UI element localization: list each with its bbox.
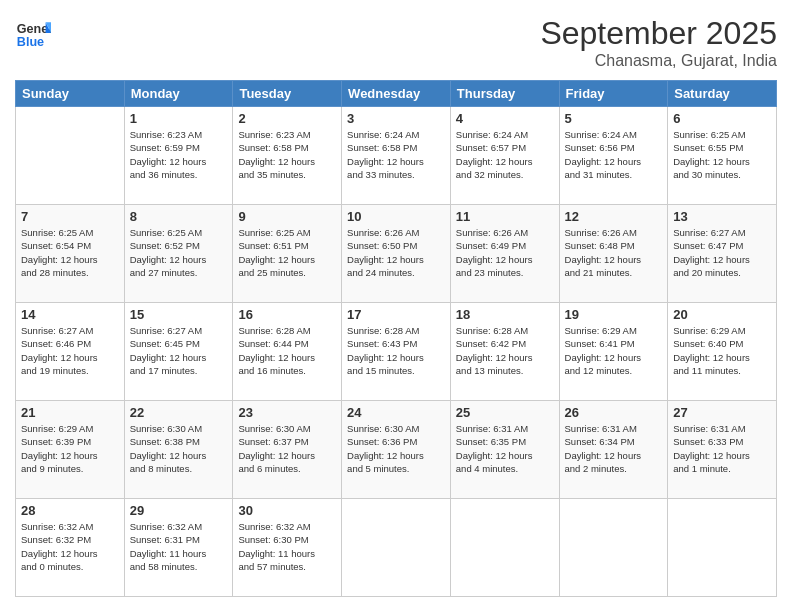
calendar-cell: 15Sunrise: 6:27 AM Sunset: 6:45 PM Dayli… — [124, 303, 233, 401]
calendar-cell: 16Sunrise: 6:28 AM Sunset: 6:44 PM Dayli… — [233, 303, 342, 401]
day-number: 13 — [673, 209, 771, 224]
calendar-cell: 3Sunrise: 6:24 AM Sunset: 6:58 PM Daylig… — [342, 107, 451, 205]
day-number: 28 — [21, 503, 119, 518]
location-title: Chanasma, Gujarat, India — [540, 52, 777, 70]
day-number: 12 — [565, 209, 663, 224]
calendar-cell: 29Sunrise: 6:32 AM Sunset: 6:31 PM Dayli… — [124, 499, 233, 597]
calendar-week-row: 14Sunrise: 6:27 AM Sunset: 6:46 PM Dayli… — [16, 303, 777, 401]
calendar-cell: 12Sunrise: 6:26 AM Sunset: 6:48 PM Dayli… — [559, 205, 668, 303]
day-info: Sunrise: 6:30 AM Sunset: 6:37 PM Dayligh… — [238, 422, 336, 475]
calendar-cell: 26Sunrise: 6:31 AM Sunset: 6:34 PM Dayli… — [559, 401, 668, 499]
day-number: 19 — [565, 307, 663, 322]
header: General Blue September 2025 Chanasma, Gu… — [15, 15, 777, 70]
calendar-cell: 2Sunrise: 6:23 AM Sunset: 6:58 PM Daylig… — [233, 107, 342, 205]
calendar-cell: 11Sunrise: 6:26 AM Sunset: 6:49 PM Dayli… — [450, 205, 559, 303]
calendar-cell: 30Sunrise: 6:32 AM Sunset: 6:30 PM Dayli… — [233, 499, 342, 597]
day-number: 8 — [130, 209, 228, 224]
day-info: Sunrise: 6:26 AM Sunset: 6:48 PM Dayligh… — [565, 226, 663, 279]
day-info: Sunrise: 6:27 AM Sunset: 6:45 PM Dayligh… — [130, 324, 228, 377]
day-info: Sunrise: 6:26 AM Sunset: 6:50 PM Dayligh… — [347, 226, 445, 279]
day-info: Sunrise: 6:30 AM Sunset: 6:36 PM Dayligh… — [347, 422, 445, 475]
calendar-cell: 25Sunrise: 6:31 AM Sunset: 6:35 PM Dayli… — [450, 401, 559, 499]
calendar-week-row: 7Sunrise: 6:25 AM Sunset: 6:54 PM Daylig… — [16, 205, 777, 303]
calendar-cell: 14Sunrise: 6:27 AM Sunset: 6:46 PM Dayli… — [16, 303, 125, 401]
day-number: 17 — [347, 307, 445, 322]
day-number: 26 — [565, 405, 663, 420]
logo: General Blue — [15, 15, 51, 51]
calendar-cell: 18Sunrise: 6:28 AM Sunset: 6:42 PM Dayli… — [450, 303, 559, 401]
title-section: September 2025 Chanasma, Gujarat, India — [540, 15, 777, 70]
calendar-cell — [668, 499, 777, 597]
day-info: Sunrise: 6:25 AM Sunset: 6:52 PM Dayligh… — [130, 226, 228, 279]
day-number: 9 — [238, 209, 336, 224]
day-number: 24 — [347, 405, 445, 420]
calendar-cell: 13Sunrise: 6:27 AM Sunset: 6:47 PM Dayli… — [668, 205, 777, 303]
day-number: 16 — [238, 307, 336, 322]
day-info: Sunrise: 6:25 AM Sunset: 6:51 PM Dayligh… — [238, 226, 336, 279]
calendar-week-row: 1Sunrise: 6:23 AM Sunset: 6:59 PM Daylig… — [16, 107, 777, 205]
calendar-week-row: 21Sunrise: 6:29 AM Sunset: 6:39 PM Dayli… — [16, 401, 777, 499]
day-number: 18 — [456, 307, 554, 322]
day-number: 30 — [238, 503, 336, 518]
calendar-week-row: 28Sunrise: 6:32 AM Sunset: 6:32 PM Dayli… — [16, 499, 777, 597]
calendar-cell — [450, 499, 559, 597]
calendar-cell — [559, 499, 668, 597]
weekday-header: Friday — [559, 81, 668, 107]
weekday-header: Tuesday — [233, 81, 342, 107]
calendar-cell: 7Sunrise: 6:25 AM Sunset: 6:54 PM Daylig… — [16, 205, 125, 303]
day-number: 29 — [130, 503, 228, 518]
day-number: 10 — [347, 209, 445, 224]
day-info: Sunrise: 6:30 AM Sunset: 6:38 PM Dayligh… — [130, 422, 228, 475]
day-number: 23 — [238, 405, 336, 420]
calendar-cell: 24Sunrise: 6:30 AM Sunset: 6:36 PM Dayli… — [342, 401, 451, 499]
calendar-cell: 6Sunrise: 6:25 AM Sunset: 6:55 PM Daylig… — [668, 107, 777, 205]
calendar-cell: 19Sunrise: 6:29 AM Sunset: 6:41 PM Dayli… — [559, 303, 668, 401]
day-number: 20 — [673, 307, 771, 322]
day-info: Sunrise: 6:24 AM Sunset: 6:58 PM Dayligh… — [347, 128, 445, 181]
weekday-header: Sunday — [16, 81, 125, 107]
day-number: 5 — [565, 111, 663, 126]
day-number: 22 — [130, 405, 228, 420]
day-info: Sunrise: 6:24 AM Sunset: 6:57 PM Dayligh… — [456, 128, 554, 181]
weekday-header: Monday — [124, 81, 233, 107]
day-number: 2 — [238, 111, 336, 126]
calendar-cell: 5Sunrise: 6:24 AM Sunset: 6:56 PM Daylig… — [559, 107, 668, 205]
day-number: 14 — [21, 307, 119, 322]
day-number: 27 — [673, 405, 771, 420]
calendar-cell: 22Sunrise: 6:30 AM Sunset: 6:38 PM Dayli… — [124, 401, 233, 499]
svg-text:Blue: Blue — [17, 35, 44, 49]
day-number: 11 — [456, 209, 554, 224]
day-info: Sunrise: 6:31 AM Sunset: 6:35 PM Dayligh… — [456, 422, 554, 475]
day-info: Sunrise: 6:29 AM Sunset: 6:39 PM Dayligh… — [21, 422, 119, 475]
calendar-cell: 10Sunrise: 6:26 AM Sunset: 6:50 PM Dayli… — [342, 205, 451, 303]
calendar-cell: 21Sunrise: 6:29 AM Sunset: 6:39 PM Dayli… — [16, 401, 125, 499]
calendar-cell: 1Sunrise: 6:23 AM Sunset: 6:59 PM Daylig… — [124, 107, 233, 205]
day-info: Sunrise: 6:28 AM Sunset: 6:44 PM Dayligh… — [238, 324, 336, 377]
day-info: Sunrise: 6:26 AM Sunset: 6:49 PM Dayligh… — [456, 226, 554, 279]
day-number: 4 — [456, 111, 554, 126]
calendar-table: SundayMondayTuesdayWednesdayThursdayFrid… — [15, 80, 777, 597]
calendar-cell: 4Sunrise: 6:24 AM Sunset: 6:57 PM Daylig… — [450, 107, 559, 205]
calendar-cell: 23Sunrise: 6:30 AM Sunset: 6:37 PM Dayli… — [233, 401, 342, 499]
day-info: Sunrise: 6:25 AM Sunset: 6:55 PM Dayligh… — [673, 128, 771, 181]
day-number: 7 — [21, 209, 119, 224]
day-number: 1 — [130, 111, 228, 126]
weekday-header: Saturday — [668, 81, 777, 107]
day-info: Sunrise: 6:31 AM Sunset: 6:34 PM Dayligh… — [565, 422, 663, 475]
logo-icon: General Blue — [15, 15, 51, 51]
calendar-cell: 20Sunrise: 6:29 AM Sunset: 6:40 PM Dayli… — [668, 303, 777, 401]
day-info: Sunrise: 6:24 AM Sunset: 6:56 PM Dayligh… — [565, 128, 663, 181]
weekday-header: Wednesday — [342, 81, 451, 107]
day-info: Sunrise: 6:32 AM Sunset: 6:31 PM Dayligh… — [130, 520, 228, 573]
day-info: Sunrise: 6:31 AM Sunset: 6:33 PM Dayligh… — [673, 422, 771, 475]
day-number: 25 — [456, 405, 554, 420]
day-info: Sunrise: 6:28 AM Sunset: 6:43 PM Dayligh… — [347, 324, 445, 377]
day-number: 21 — [21, 405, 119, 420]
calendar-header-row: SundayMondayTuesdayWednesdayThursdayFrid… — [16, 81, 777, 107]
day-info: Sunrise: 6:27 AM Sunset: 6:46 PM Dayligh… — [21, 324, 119, 377]
calendar-cell — [342, 499, 451, 597]
day-info: Sunrise: 6:32 AM Sunset: 6:32 PM Dayligh… — [21, 520, 119, 573]
day-number: 3 — [347, 111, 445, 126]
page: General Blue September 2025 Chanasma, Gu… — [0, 0, 792, 612]
day-info: Sunrise: 6:23 AM Sunset: 6:59 PM Dayligh… — [130, 128, 228, 181]
